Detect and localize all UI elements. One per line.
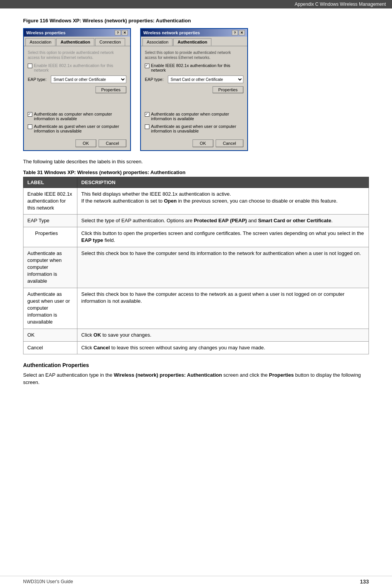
close-button-2[interactable]: ✕ <box>239 30 245 35</box>
dialog-2-enable-checkbox[interactable] <box>145 64 149 68</box>
tab-authentication-1[interactable]: Authentication <box>56 38 94 46</box>
row-5-label: Authenticate as guest when user or compu… <box>23 288 77 329</box>
table-row: Cancel Click Cancel to leave this screen… <box>23 341 369 354</box>
dialogs-row: Wireless properties ? ✕ Association Auth… <box>23 28 369 151</box>
dialog-2-titlebar: Wireless network properties ? ✕ <box>141 29 247 37</box>
table-row: Properties Click this button to open the… <box>23 227 369 247</box>
dialog-1-auth-guest-checkbox[interactable] <box>28 124 32 129</box>
dialog-1-tabs: Association Authentication Connection <box>24 37 130 46</box>
dialog-2-properties-button[interactable]: Properties <box>213 86 243 93</box>
dialog-1: Wireless properties ? ✕ Association Auth… <box>23 28 131 151</box>
help-button-2[interactable]: ? <box>232 30 238 35</box>
dialog-2-body: Select this option to provide authentica… <box>141 46 247 150</box>
dialog-1-auth-computer-checkbox[interactable] <box>28 112 32 117</box>
main-content: Figure 116 Windows XP: Wireless (network… <box>0 8 392 406</box>
row-7-label: Cancel <box>23 341 77 354</box>
dialog-2-ok-button[interactable]: OK <box>193 139 213 147</box>
intro-text: The following table describes the labels… <box>23 158 369 166</box>
dialog-2-auth-guest-checkbox[interactable] <box>145 124 149 129</box>
dialog-2-description: Select this option to provide authentica… <box>145 50 243 60</box>
dialog-2-enable-row: Enable IEEE 802.1x authentication for th… <box>145 63 243 72</box>
dialog-2-auth-computer-row: Authenticate as computer when computer i… <box>145 112 243 121</box>
dialog-1-cancel-button[interactable]: Cancel <box>99 139 126 147</box>
dialog-2-eap-label: EAP type: <box>145 77 168 82</box>
dialog-1-spacer <box>28 96 126 112</box>
col-header-label: LABEL <box>23 177 77 188</box>
dialog-2-eap-row: EAP type: Smart Card or other Certificat… <box>145 75 243 83</box>
dialog-1-titlebar: Wireless properties ? ✕ <box>24 29 130 37</box>
table-row: EAP Type Select the type of EAP authenti… <box>23 215 369 227</box>
dialog-1-auth-guest-label: Authenticate as guest when user or compu… <box>34 124 126 133</box>
dialog-1-ok-button[interactable]: OK <box>75 139 96 147</box>
tab-association-2[interactable]: Association <box>142 38 173 46</box>
dialog-1-title: Wireless properties <box>26 30 65 35</box>
dialog-1-description: Select this option to provide authentica… <box>28 50 126 60</box>
dialog-2: Wireless network properties ? ✕ Associat… <box>140 28 248 151</box>
dialog-1-enable-row: Enable IEEE 802.1x authentication for th… <box>28 63 126 72</box>
table-row: Enable IEEE 802.1x authentication for th… <box>23 188 369 215</box>
page-number: 133 <box>360 579 369 585</box>
row-3-label: Properties <box>23 227 77 247</box>
row-5-desc: Select this check box to have the comput… <box>77 288 369 329</box>
dialog-1-enable-checkbox[interactable] <box>28 64 32 68</box>
col-header-desc: DESCRIPTION <box>77 177 369 188</box>
section-heading: Authentication Properties <box>23 362 369 368</box>
page-header: Appendix C Windows Wireless Management <box>0 0 392 8</box>
dialog-2-spacer <box>145 96 243 112</box>
dialog-1-eap-row: EAP type: Smart Card or other Certificat… <box>28 75 126 83</box>
dialog-2-titlebar-buttons: ? ✕ <box>232 30 245 35</box>
dialog-1-eap-select[interactable]: Smart Card or other Certificate <box>51 75 126 83</box>
data-table: LABEL DESCRIPTION Enable IEEE 802.1x aut… <box>23 177 369 354</box>
dialog-1-body: Select this option to provide authentica… <box>24 46 130 150</box>
dialog-1-enable-label: Enable IEEE 802.1x authentication for th… <box>34 63 126 72</box>
tab-authentication-2[interactable]: Authentication <box>173 38 211 46</box>
footer-left: NWD310N User's Guide <box>23 579 73 584</box>
page-footer: NWD310N User's Guide 133 <box>0 576 392 587</box>
row-1-desc: This field displays whether the IEEE 802… <box>77 188 369 215</box>
dialog-2-auth-guest-row: Authenticate as guest when user or compu… <box>145 124 243 133</box>
dialog-2-auth-guest-label: Authenticate as guest when user or compu… <box>151 124 243 133</box>
header-text: Appendix C Windows Wireless Management <box>295 2 386 7</box>
row-1-label: Enable IEEE 802.1x authentication for th… <box>23 188 77 215</box>
dialog-1-footer: OK Cancel <box>28 137 126 147</box>
dialog-1-titlebar-buttons: ? ✕ <box>115 30 128 35</box>
table-title: Table 31 Windows XP: Wireless (network) … <box>23 169 369 175</box>
row-7-desc: Click Cancel to leave this screen withou… <box>77 341 369 354</box>
dialog-1-eap-label: EAP type: <box>28 77 51 82</box>
table-row: Authenticate as guest when user or compu… <box>23 288 369 329</box>
dialog-2-eap-select[interactable]: Smart Card or other Certificate <box>168 75 243 83</box>
row-6-desc: Click OK to save your changes. <box>77 329 369 341</box>
close-button-1[interactable]: ✕ <box>122 30 128 35</box>
dialog-2-auth-computer-label: Authenticate as computer when computer i… <box>151 112 243 121</box>
dialog-1-auth-computer-label: Authenticate as computer when computer i… <box>34 112 126 121</box>
dialog-2-footer: OK Cancel <box>145 137 243 147</box>
dialog-2-cancel-button[interactable]: Cancel <box>216 139 243 147</box>
row-2-desc: Select the type of EAP authentication. O… <box>77 215 369 227</box>
row-4-desc: Select this check box to have the comput… <box>77 247 369 288</box>
dialog-2-auth-computer-checkbox[interactable] <box>145 112 149 117</box>
help-button-1[interactable]: ? <box>115 30 121 35</box>
dialog-1-auth-computer-row: Authenticate as computer when computer i… <box>28 112 126 121</box>
tab-connection-1[interactable]: Connection <box>95 38 125 46</box>
dialog-2-enable-label: Enable IEEE 802.1x authentication for th… <box>151 63 243 72</box>
dialog-1-properties-button[interactable]: Properties <box>95 86 126 93</box>
section-body: Select an EAP authentication type in the… <box>23 371 369 386</box>
row-4-label: Authenticate as computer when computer i… <box>23 247 77 288</box>
row-2-label: EAP Type <box>23 215 77 227</box>
table-row: OK Click OK to save your changes. <box>23 329 369 341</box>
row-6-label: OK <box>23 329 77 341</box>
figure-caption: Figure 116 Windows XP: Wireless (network… <box>23 18 369 23</box>
dialog-2-title: Wireless network properties <box>143 30 200 35</box>
dialog-2-tabs: Association Authentication <box>141 37 247 46</box>
dialog-1-auth-guest-row: Authenticate as guest when user or compu… <box>28 124 126 133</box>
row-3-desc: Click this button to open the properties… <box>77 227 369 247</box>
tab-association-1[interactable]: Association <box>25 38 55 46</box>
table-row: Authenticate as computer when computer i… <box>23 247 369 288</box>
